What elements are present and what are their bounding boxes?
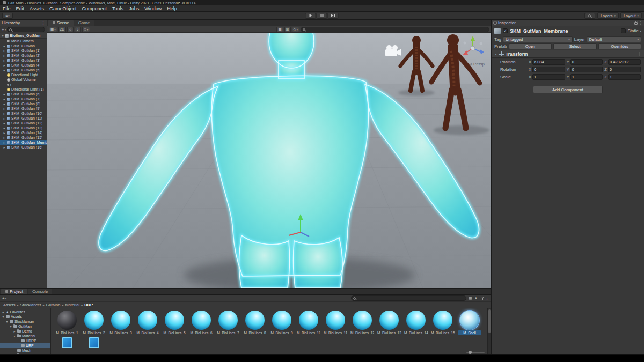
tab-console[interactable]: Console — [28, 289, 52, 294]
hierarchy-item[interactable]: ▸SKM_GutMan (14) — [0, 130, 47, 135]
asset-item[interactable]: M_BioLines_5 — [163, 311, 186, 335]
hierarchy-item[interactable]: Directional Light — [0, 72, 47, 77]
hierarchy-item[interactable]: ▸SKM_GutMan_Membrane — [0, 140, 47, 145]
expand-arrow-icon[interactable]: ▸ — [3, 145, 6, 149]
asset-item-partial[interactable] — [82, 335, 106, 348]
hierarchy-item[interactable]: ▸SKM_GutMan (15) — [0, 135, 47, 140]
tab-scene[interactable]: Scene — [48, 20, 74, 26]
gameobject-name[interactable]: SKM_GutMan_Membrane — [510, 28, 619, 34]
hierarchy-item[interactable]: Global Volume — [0, 77, 47, 82]
hierarchy-item[interactable]: ▸SKM_GutMan (11) — [0, 116, 47, 121]
tag-dropdown[interactable]: Untagged▾ — [503, 36, 573, 42]
hierarchy-item[interactable]: ▸SKM_GutMan (1) — [0, 48, 47, 53]
expand-arrow-icon[interactable]: ▸ — [3, 136, 6, 139]
dropdown-arrow-icon[interactable]: ▾ — [640, 29, 641, 33]
gizmos-dropdown-button[interactable]: ◇▾ — [292, 27, 300, 32]
hierarchy-item[interactable]: ▸SKM_GutMan (9) — [0, 106, 47, 111]
inspector-menu-icon[interactable]: ⋮ — [639, 21, 642, 25]
expand-arrow-icon[interactable]: ▸ — [3, 126, 6, 130]
transform-scale-y-input[interactable] — [570, 74, 603, 80]
search-button[interactable] — [584, 13, 595, 19]
scene-viewport[interactable]: < Persp — [47, 33, 491, 288]
expand-arrow-icon[interactable]: ▸ — [3, 92, 6, 96]
hierarchy-item[interactable]: ▸SKM_GutMan (13) — [0, 125, 47, 130]
layer-dropdown[interactable]: Default▾ — [587, 36, 641, 42]
collapse-arrow-icon[interactable]: ▾ — [1, 34, 4, 38]
asset-item[interactable]: M_BioLines_12 — [350, 311, 374, 335]
expand-arrow-icon[interactable]: ▸ — [3, 63, 6, 67]
hierarchy-item[interactable]: Main Camera — [0, 39, 47, 43]
transform-rotation-x-input[interactable] — [532, 67, 565, 72]
expand-arrow-icon[interactable]: ▸ — [3, 141, 6, 144]
breadcrumb-item[interactable]: GutMan — [46, 302, 61, 307]
tree-arrow-icon[interactable]: ▾ — [5, 320, 9, 323]
tree-item-stocklancer[interactable]: ▾Stocklancer — [0, 319, 50, 324]
layout-dropdown[interactable]: Layout▾ — [620, 12, 642, 19]
hierarchy-search-input[interactable] — [13, 28, 43, 32]
scene-search-input[interactable] — [306, 27, 487, 31]
hierarchy-item[interactable]: ▸SKM_GutMan (7) — [0, 97, 47, 101]
hierarchy-item[interactable]: ▸SKM_GutMan (3) — [0, 58, 47, 63]
layers-dropdown[interactable]: Layers▾ — [597, 12, 619, 19]
hierarchy-item[interactable]: Directional Light (1) — [0, 87, 47, 92]
tree-item-favorites[interactable]: ▸★Favorites — [0, 309, 50, 314]
scrollbar-thumb[interactable] — [488, 309, 491, 333]
transform-rotation-y-input[interactable] — [570, 67, 603, 72]
tree-item-hdrp[interactable]: HDRP — [0, 338, 50, 343]
menu-item-edit[interactable]: Edit — [13, 5, 27, 11]
menu-item-window[interactable]: Window — [142, 5, 164, 11]
asset-item[interactable]: M_Shell — [458, 311, 481, 335]
expand-arrow-icon[interactable]: ▸ — [3, 121, 6, 125]
scene-3d-render[interactable] — [47, 33, 491, 288]
lock-icon[interactable] — [480, 298, 483, 300]
tree-item-gutman[interactable]: ▾GutMan — [0, 324, 50, 329]
scene-header-row[interactable]: ▾ Biolines_GutMan — [0, 33, 47, 39]
hierarchy-item[interactable]: ▸SKM_GutMan — [0, 43, 47, 48]
audio-toggle-button[interactable]: ♪ — [75, 27, 81, 32]
transform-scale-x-input[interactable] — [532, 74, 565, 80]
hierarchy-item[interactable]: ▸SKM_GutMan (8) — [0, 101, 47, 106]
tree-arrow-icon[interactable]: ▸ — [2, 310, 5, 314]
active-checkbox[interactable]: ✓ — [503, 28, 508, 33]
tree-item-prefab[interactable]: Prefab — [0, 353, 50, 354]
asset-item[interactable]: M_BioLines_10 — [297, 311, 320, 335]
foldout-arrow-icon[interactable]: ▾ — [494, 52, 497, 56]
expand-arrow-icon[interactable]: ▸ — [3, 102, 6, 106]
menu-item-help[interactable]: Help — [164, 5, 180, 11]
asset-item[interactable]: M_BioLines_1 — [55, 311, 79, 335]
expand-arrow-icon[interactable]: ▸ — [3, 107, 6, 110]
breadcrumb-item[interactable]: URP — [84, 302, 93, 307]
asset-item[interactable]: M_BioLines_13 — [377, 311, 401, 335]
hierarchy-item[interactable]: ▸SKM_GutMan (2) — [0, 53, 47, 58]
asset-item[interactable]: M_BioLines_11 — [324, 311, 347, 335]
project-scrollbar[interactable] — [487, 308, 491, 354]
asset-item[interactable]: M_BioLines_4 — [136, 311, 159, 335]
tree-arrow-icon[interactable]: ▾ — [2, 315, 5, 319]
step-button[interactable] — [328, 13, 339, 19]
tab-game[interactable]: Game — [74, 20, 94, 26]
filter-type-icon[interactable]: ▦ — [469, 296, 472, 300]
expand-arrow-icon[interactable]: ▸ — [3, 68, 6, 72]
expand-arrow-icon[interactable]: ▸ — [3, 97, 6, 101]
asset-item[interactable]: M_BioLines_8 — [243, 311, 267, 335]
hierarchy-search-field[interactable] — [7, 27, 45, 32]
perspective-label[interactable]: < Persp — [470, 62, 485, 67]
lighting-toggle-button[interactable]: ☼ — [67, 27, 74, 32]
component-menu-icon[interactable]: ⋮ — [638, 52, 641, 56]
grid-tool-button[interactable]: ⊞▾ — [2, 13, 13, 19]
expand-arrow-icon[interactable]: ▸ — [3, 58, 6, 62]
project-search-field[interactable] — [351, 295, 466, 301]
asset-item[interactable]: M_BioLines_15 — [431, 311, 455, 335]
expand-arrow-icon[interactable]: ▸ — [3, 116, 6, 120]
menu-item-component[interactable]: Component — [79, 5, 110, 11]
menu-item-gameobject[interactable]: GameObject — [47, 5, 79, 11]
add-component-button[interactable]: Add Component — [533, 86, 603, 93]
prefab-open-button[interactable]: Open — [509, 43, 552, 49]
breadcrumb-item[interactable]: Material — [65, 302, 79, 307]
tree-arrow-icon[interactable]: ▾ — [9, 324, 12, 328]
breadcrumb-item[interactable]: Stocklancer — [20, 302, 41, 307]
pause-button[interactable] — [317, 13, 327, 19]
hierarchy-item[interactable]: ▸SKM_GutMan (5) — [0, 68, 47, 72]
project-add-button[interactable]: +▾ — [2, 296, 6, 301]
transform-component-header[interactable]: ▾ Transform ⋮ — [492, 50, 644, 58]
